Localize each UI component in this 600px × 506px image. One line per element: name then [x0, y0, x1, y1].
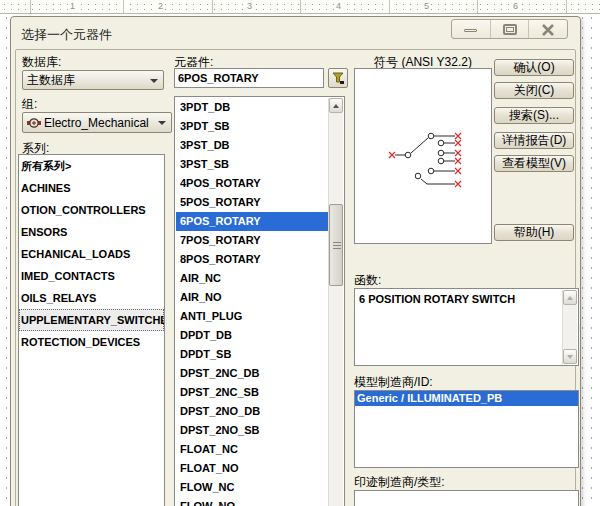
- component-list-scrollbar[interactable]: [328, 98, 343, 506]
- family-list-item[interactable]: OTION_CONTROLLERS: [19, 199, 164, 221]
- ruler-number: 3: [245, 1, 254, 11]
- component-list-item[interactable]: DPST_2NO_SB: [176, 421, 328, 440]
- ruler-number: 5: [422, 1, 431, 11]
- function-box: 6 POSITION ROTARY SWITCH: [354, 288, 579, 366]
- component-list-item[interactable]: ANTI_PLUG: [176, 307, 328, 326]
- family-list-item[interactable]: UPPLEMENTARY_SWITCHES: [19, 309, 164, 331]
- database-label: 数据库:: [22, 54, 61, 71]
- scrollbar-thumb[interactable]: [329, 204, 343, 286]
- component-list-item[interactable]: DPDT_DB: [176, 326, 328, 345]
- model-list-item[interactable]: Generic / ILLUMINATED_PB: [355, 391, 578, 406]
- family-list-item[interactable]: ROTECTION_DEVICES: [19, 331, 164, 353]
- component-list-item[interactable]: 3PST_SB: [176, 155, 328, 174]
- component-list-item[interactable]: 6POS_ROTARY: [176, 212, 328, 231]
- symbol-preview: [354, 68, 492, 244]
- close-button[interactable]: [529, 20, 567, 38]
- component-list-item[interactable]: FLOAT_NC: [176, 440, 328, 459]
- group-label: 组:: [22, 96, 37, 113]
- search-button[interactable]: 搜索(S)...: [494, 107, 574, 124]
- component-list-item[interactable]: 3PDT_SB: [176, 117, 328, 136]
- function-value: 6 POSITION ROTARY SWITCH: [359, 293, 560, 305]
- dialog-body: 数据库: 主数据库 组: Electro_Mechanical 系列: 所有系列…: [15, 49, 576, 506]
- family-list-item[interactable]: IMED_CONTACTS: [19, 265, 164, 287]
- scroll-down-button[interactable]: [563, 349, 577, 364]
- detail-report-button[interactable]: 详情报告(D): [494, 132, 574, 149]
- component-list-container: 3PDT_DB3PDT_SB3PST_DB3PST_SB4POS_ROTARY5…: [174, 96, 345, 506]
- family-list-item[interactable]: ECHANICAL_LOADS: [19, 243, 164, 265]
- select-component-dialog: 选择一个元器件 数据库: 主数据库 组: Electr: [10, 16, 581, 506]
- database-value: 主数据库: [27, 72, 75, 89]
- minimize-button[interactable]: [452, 20, 491, 38]
- model-manufacturer-label: 模型制造商/ID:: [354, 374, 433, 391]
- filter-icon: [332, 72, 345, 85]
- help-button[interactable]: 帮助(H): [494, 224, 574, 241]
- family-list-item[interactable]: ACHINES: [19, 177, 164, 199]
- footprint-manufacturer-box[interactable]: [354, 490, 579, 506]
- component-list-item[interactable]: 4POS_ROTARY: [176, 174, 328, 193]
- component-list-item[interactable]: DPDT_SB: [176, 345, 328, 364]
- family-list-item[interactable]: ENSORS: [19, 221, 164, 243]
- filter-button[interactable]: [328, 68, 348, 88]
- component-list-item[interactable]: FLOW_NO: [176, 497, 328, 506]
- function-scrollbar[interactable]: [562, 290, 577, 364]
- component-list-item[interactable]: 3PDT_DB: [176, 98, 328, 117]
- group-select[interactable]: Electro_Mechanical: [22, 112, 172, 133]
- triangle-up-icon: [333, 104, 339, 108]
- minimize-icon: [464, 29, 477, 32]
- electro-mechanical-icon: [27, 117, 41, 129]
- ruler-number: 6: [511, 1, 520, 11]
- ruler-number: 2: [156, 1, 165, 11]
- component-search-input[interactable]: [174, 68, 324, 88]
- component-list-item[interactable]: DPST_2NO_DB: [176, 402, 328, 421]
- dialog-title: 选择一个元器件: [21, 26, 112, 44]
- close-icon: [541, 24, 555, 36]
- family-list-item[interactable]: OILS_RELAYS: [19, 287, 164, 309]
- ok-button[interactable]: 确认(O): [494, 59, 574, 76]
- family-list-item[interactable]: 所有系列>: [19, 155, 164, 177]
- model-manufacturer-list[interactable]: Generic / ILLUMINATED_PB: [354, 390, 579, 468]
- component-list-item[interactable]: 5POS_ROTARY: [176, 193, 328, 212]
- maximize-icon: [503, 24, 517, 35]
- scroll-up-button[interactable]: [563, 290, 577, 305]
- triangle-up-icon: [567, 296, 573, 300]
- component-list-item[interactable]: DPST_2NC_SB: [176, 383, 328, 402]
- component-list-item[interactable]: AIR_NC: [176, 269, 328, 288]
- maximize-button[interactable]: [491, 20, 530, 38]
- component-list-item[interactable]: FLOAT_NO: [176, 459, 328, 478]
- component-list-item[interactable]: DPST_2NC_DB: [176, 364, 328, 383]
- canvas-ruler: 123456: [0, 0, 600, 14]
- chevron-down-icon: [158, 121, 166, 125]
- ruler-number: 1: [68, 1, 77, 11]
- view-model-button[interactable]: 查看模型(V): [494, 155, 574, 172]
- function-label: 函数:: [354, 272, 381, 289]
- dialog-titlebar[interactable]: 选择一个元器件: [11, 17, 580, 49]
- component-list-item[interactable]: 3PST_DB: [176, 136, 328, 155]
- component-list-item[interactable]: 8POS_ROTARY: [176, 250, 328, 269]
- window-controls: [451, 19, 568, 39]
- component-list-item[interactable]: FLOW_NC: [176, 478, 328, 497]
- family-list[interactable]: 所有系列>ACHINESOTION_CONTROLLERSENSORSECHAN…: [18, 154, 165, 506]
- group-value: Electro_Mechanical: [44, 116, 149, 130]
- triangle-down-icon: [567, 355, 573, 359]
- scroll-up-button[interactable]: [329, 98, 343, 113]
- ruler-number: 4: [334, 1, 343, 11]
- grip-icon: [333, 245, 341, 246]
- component-list[interactable]: 3PDT_DB3PDT_SB3PST_DB3PST_SB4POS_ROTARY5…: [176, 98, 328, 506]
- footprint-manufacturer-label: 印迹制造商/类型:: [354, 474, 445, 491]
- chevron-down-icon: [150, 79, 158, 83]
- component-list-item[interactable]: 7POS_ROTARY: [176, 231, 328, 250]
- database-select[interactable]: 主数据库: [22, 70, 164, 90]
- close-dialog-button[interactable]: 关闭(C): [494, 82, 574, 99]
- component-list-item[interactable]: AIR_NO: [176, 288, 328, 307]
- rotary-switch-symbol: [355, 69, 491, 243]
